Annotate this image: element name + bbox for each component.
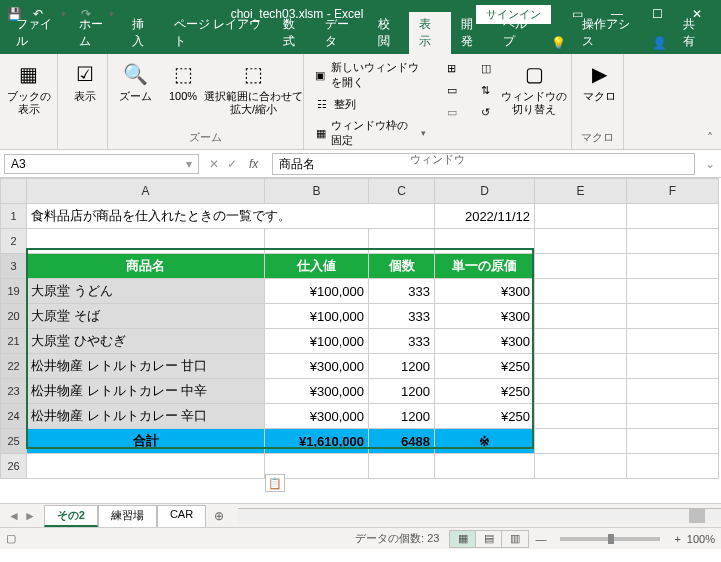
- cell[interactable]: 333: [369, 304, 435, 329]
- cell[interactable]: [535, 379, 627, 404]
- cell[interactable]: [627, 404, 719, 429]
- arrange-button[interactable]: ☷整列: [310, 94, 430, 114]
- view-side-button[interactable]: ◫: [474, 58, 498, 78]
- macro-record-icon[interactable]: ▢: [6, 532, 16, 545]
- tab-view[interactable]: 表示: [409, 12, 451, 54]
- split-button[interactable]: ⊞: [440, 58, 464, 78]
- zoom-level[interactable]: 100%: [687, 533, 715, 545]
- cell[interactable]: [535, 204, 627, 229]
- row-header[interactable]: 24: [1, 404, 27, 429]
- cell[interactable]: [535, 354, 627, 379]
- collapse-ribbon-icon[interactable]: ˄: [699, 127, 721, 149]
- col-header-d[interactable]: D: [435, 179, 535, 204]
- share-button[interactable]: 共有: [673, 12, 715, 54]
- cell[interactable]: ¥100,000: [265, 304, 369, 329]
- select-all-corner[interactable]: [1, 179, 27, 204]
- cell[interactable]: 松井物産 レトルトカレー 中辛: [27, 379, 265, 404]
- cell[interactable]: ¥300: [435, 304, 535, 329]
- add-sheet-icon[interactable]: ⊕: [206, 509, 232, 523]
- cell[interactable]: [627, 204, 719, 229]
- cell[interactable]: 松井物産 レトルトカレー 甘口: [27, 354, 265, 379]
- cell[interactable]: [627, 454, 719, 479]
- enter-formula-icon[interactable]: ✓: [227, 157, 237, 171]
- sheet-nav-next-icon[interactable]: ►: [24, 509, 36, 523]
- cell[interactable]: 6488: [369, 429, 435, 454]
- cell[interactable]: ¥1,610,000: [265, 429, 369, 454]
- cell[interactable]: [435, 454, 535, 479]
- lightbulb-icon[interactable]: 💡: [545, 32, 572, 54]
- freeze-panes-button[interactable]: ▦ウィンドウ枠の固定: [310, 116, 430, 150]
- tell-me[interactable]: 操作アシス: [572, 12, 646, 54]
- row-header[interactable]: 20: [1, 304, 27, 329]
- redo-icon[interactable]: ↷: [78, 6, 94, 22]
- reset-pos-button[interactable]: ↺: [474, 102, 498, 122]
- cell[interactable]: 単一の原価: [435, 254, 535, 279]
- cell[interactable]: 2022/11/12: [435, 204, 535, 229]
- paste-options-icon[interactable]: 📋: [265, 474, 285, 492]
- normal-view-icon[interactable]: ▦: [450, 531, 476, 547]
- page-break-view-icon[interactable]: ▥: [502, 531, 528, 547]
- row-header[interactable]: 26: [1, 454, 27, 479]
- cell[interactable]: ¥250: [435, 354, 535, 379]
- cell[interactable]: [535, 404, 627, 429]
- col-header-f[interactable]: F: [627, 179, 719, 204]
- tab-developer[interactable]: 開発: [451, 12, 493, 54]
- macros-button[interactable]: ▶ マクロ: [578, 58, 620, 105]
- cell[interactable]: 333: [369, 279, 435, 304]
- col-header-e[interactable]: E: [535, 179, 627, 204]
- tab-page-layout[interactable]: ページ レイアウト: [164, 12, 274, 54]
- tab-file[interactable]: ファイル: [6, 12, 69, 54]
- cell[interactable]: [627, 354, 719, 379]
- cell[interactable]: [627, 329, 719, 354]
- cell[interactable]: [535, 429, 627, 454]
- cell[interactable]: [369, 454, 435, 479]
- cell[interactable]: ¥300,000: [265, 404, 369, 429]
- cell[interactable]: ¥100,000: [265, 279, 369, 304]
- cell[interactable]: [369, 229, 435, 254]
- cell[interactable]: 333: [369, 329, 435, 354]
- col-header-c[interactable]: C: [369, 179, 435, 204]
- tab-insert[interactable]: 挿入: [122, 12, 164, 54]
- cell[interactable]: 個数: [369, 254, 435, 279]
- row-header[interactable]: 2: [1, 229, 27, 254]
- cell[interactable]: ¥100,000: [265, 329, 369, 354]
- cell[interactable]: ¥300,000: [265, 354, 369, 379]
- row-header[interactable]: 19: [1, 279, 27, 304]
- cell[interactable]: [627, 429, 719, 454]
- spreadsheet-grid[interactable]: A B C D E F 1 食料品店が商品を仕入れたときの一覧です。 2022/…: [0, 178, 719, 479]
- cell[interactable]: ¥250: [435, 404, 535, 429]
- zoom-out-icon[interactable]: —: [529, 533, 552, 545]
- page-layout-view-icon[interactable]: ▤: [476, 531, 502, 547]
- row-header[interactable]: 23: [1, 379, 27, 404]
- row-header[interactable]: 22: [1, 354, 27, 379]
- share-icon[interactable]: 👤: [646, 32, 673, 54]
- zoom-100-button[interactable]: ⬚ 100%: [162, 58, 204, 105]
- cell[interactable]: 合計: [27, 429, 265, 454]
- cell[interactable]: 食料品店が商品を仕入れたときの一覧です。: [27, 204, 435, 229]
- tab-review[interactable]: 校閲: [368, 12, 410, 54]
- fx-icon[interactable]: fx: [245, 157, 262, 171]
- cell[interactable]: 大原堂 そば: [27, 304, 265, 329]
- cell[interactable]: ¥300: [435, 329, 535, 354]
- cell[interactable]: [627, 254, 719, 279]
- cell[interactable]: [265, 229, 369, 254]
- cell[interactable]: 1200: [369, 354, 435, 379]
- formula-input[interactable]: 商品名: [272, 153, 695, 175]
- sheet-tab[interactable]: その2: [44, 505, 98, 527]
- col-header-a[interactable]: A: [27, 179, 265, 204]
- cell[interactable]: [627, 304, 719, 329]
- cell[interactable]: [535, 254, 627, 279]
- cell[interactable]: [627, 279, 719, 304]
- tab-formulas[interactable]: 数式: [273, 12, 315, 54]
- switch-windows-button[interactable]: ▢ ウィンドウの 切り替え: [504, 58, 565, 118]
- workbook-views-button[interactable]: ▦ ブックの 表示: [6, 58, 51, 118]
- row-header[interactable]: 3: [1, 254, 27, 279]
- cell[interactable]: [435, 229, 535, 254]
- col-header-b[interactable]: B: [265, 179, 369, 204]
- cell[interactable]: [535, 304, 627, 329]
- cell[interactable]: ※: [435, 429, 535, 454]
- cell[interactable]: [627, 379, 719, 404]
- cell[interactable]: 松井物産 レトルトカレー 辛口: [27, 404, 265, 429]
- new-window-button[interactable]: ▣新しいウィンドウを開く: [310, 58, 430, 92]
- zoom-button[interactable]: 🔍 ズーム: [114, 58, 156, 105]
